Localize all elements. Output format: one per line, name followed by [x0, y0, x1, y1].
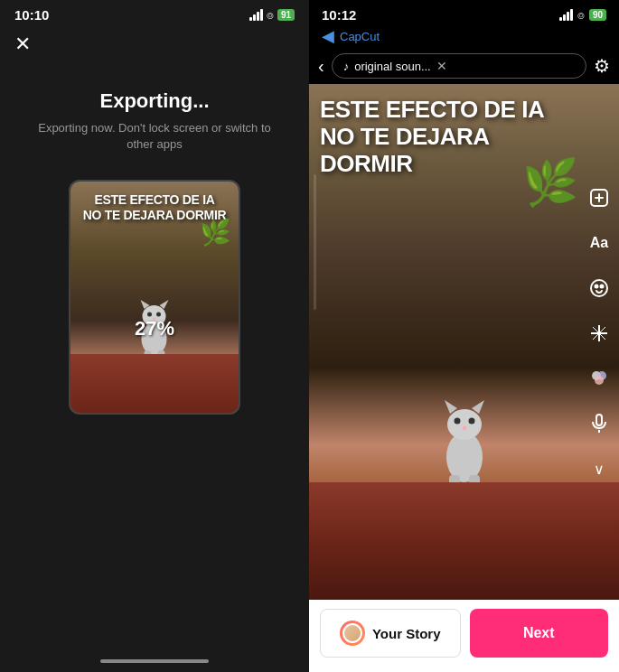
settings-button[interactable]: ⚙ [594, 55, 610, 77]
audio-text: original soun... [354, 60, 431, 73]
plants-decoration: 🌿 [200, 218, 231, 247]
svg-point-21 [601, 285, 604, 288]
svg-point-19 [591, 280, 607, 296]
close-button[interactable]: ✕ [14, 33, 31, 56]
preview-overlay-text: ESTE EFECTO DE IA NO TE DEJARA DORMIR [76, 182, 234, 223]
audio-note-icon: ♪ [343, 60, 350, 73]
right-time: 10:12 [322, 7, 356, 23]
left-time: 10:10 [14, 7, 49, 23]
battery-badge: 91 [277, 9, 295, 21]
svg-rect-25 [596, 415, 602, 425]
capcut-label: CapCut [340, 30, 380, 43]
video-preview: ESTE EFECTO DE IA NO TE DEJARA DORMIR 🌿 [69, 180, 240, 415]
aa-label: Aa [590, 235, 608, 251]
left-status-icons: ⌾ 91 [249, 8, 295, 22]
export-subtitle: Exporting now. Don't lock screen or swit… [0, 120, 309, 153]
chevron-down-icon[interactable]: ∨ [585, 454, 614, 483]
tiktok-couch [309, 482, 619, 600]
story-avatar [340, 621, 365, 646]
svg-point-4 [147, 313, 152, 317]
signal-icon [249, 10, 263, 21]
video-preview-content: ESTE EFECTO DE IA NO TE DEJARA DORMIR 🌿 [70, 182, 239, 413]
audio-close-button[interactable]: ✕ [436, 59, 447, 73]
svg-point-5 [156, 313, 161, 317]
preview-text-line1: ESTE EFECTO DE IA [94, 192, 214, 207]
export-title: Exporting... [100, 89, 210, 113]
text-style-icon[interactable]: Aa [585, 229, 614, 257]
couch-overlay [70, 354, 239, 413]
right-panel: 10:12 ⌾ 90 ◀ CapCut ‹ ♪ original soun...… [309, 0, 619, 672]
svg-point-14 [468, 418, 474, 425]
bottom-buttons: Your Story Next [309, 600, 619, 672]
video-area: ESTE EFECTO DE IA NO TE DEJARA DORMIR 🌿 [309, 84, 619, 600]
left-panel: 10:10 ⌾ 91 ✕ Exporting... Exporting now.… [0, 0, 309, 672]
tiktok-video-background: ESTE EFECTO DE IA NO TE DEJARA DORMIR 🌿 [309, 84, 619, 600]
svg-point-24 [595, 376, 604, 385]
enhance-icon[interactable] [585, 319, 614, 348]
svg-point-13 [454, 418, 460, 425]
back-button[interactable]: ‹ [318, 56, 324, 77]
right-status-icons: ⌾ 90 [559, 8, 606, 22]
progress-text: 27% [135, 317, 174, 341]
audio-pill[interactable]: ♪ original soun... ✕ [332, 53, 586, 79]
tiktok-plants-decoration: 🌿 [522, 156, 578, 209]
color-icon[interactable] [585, 364, 614, 393]
left-home-indicator [100, 659, 209, 663]
tiktok-cat-figure [428, 385, 501, 484]
svg-point-20 [596, 285, 598, 288]
left-status-bar: 10:10 ⌾ 91 [0, 0, 309, 26]
next-button[interactable]: Next [470, 609, 609, 658]
sticker-icon[interactable] [585, 183, 614, 212]
right-signal-icon [559, 10, 573, 21]
right-wifi-icon: ⌾ [577, 8, 585, 22]
svg-point-15 [462, 426, 465, 430]
svg-point-10 [447, 409, 482, 440]
right-battery-badge: 90 [589, 9, 606, 21]
right-header: ‹ ♪ original soun... ✕ ⚙ [309, 50, 619, 84]
avatar-inner [342, 623, 362, 643]
mic-icon[interactable] [585, 409, 614, 438]
window-outline [314, 174, 316, 310]
your-story-button[interactable]: Your Story [320, 609, 461, 658]
effect-icon[interactable] [585, 274, 614, 303]
capcut-back-icon: ◀ [322, 26, 334, 46]
your-story-label: Your Story [372, 626, 441, 641]
capcut-bar: ◀ CapCut [309, 24, 619, 50]
right-status-bar: 10:12 ⌾ 90 [309, 0, 619, 24]
right-side-icons: Aa [585, 183, 614, 483]
wifi-icon: ⌾ [267, 8, 274, 22]
